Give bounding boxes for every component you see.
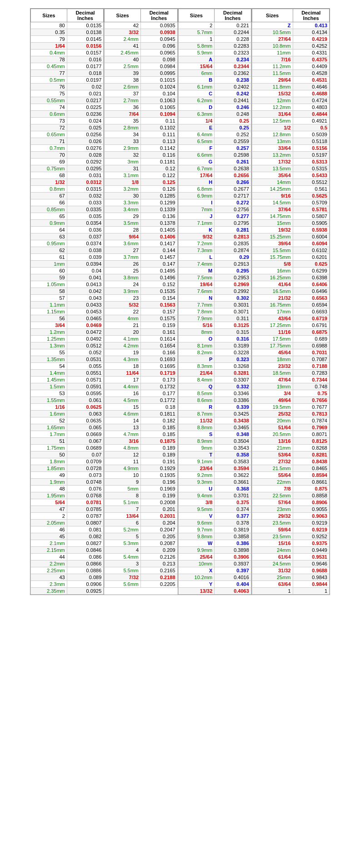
decimal-cell: 0.182 bbox=[141, 417, 178, 424]
size-cell: 1.1mm bbox=[31, 302, 67, 308]
size-cell: 28 bbox=[105, 227, 141, 233]
size-cell: 2.05mm bbox=[31, 520, 67, 526]
size-cell: 1mm bbox=[31, 261, 67, 268]
size-cell: 32 bbox=[105, 152, 141, 159]
size-cell: 15.5mm bbox=[252, 247, 293, 254]
size-cell: 8.7mm bbox=[178, 411, 215, 417]
decimal-cell: 0.1405 bbox=[141, 227, 178, 233]
size-cell: 73 bbox=[31, 118, 67, 124]
table-row: 59/640.9219 bbox=[252, 526, 329, 533]
decimal-cell: 0.152 bbox=[141, 281, 178, 288]
decimal-cell: 0.11 bbox=[141, 118, 178, 124]
size-cell: 9.6mm bbox=[178, 520, 215, 526]
table-row: 330.113 bbox=[105, 138, 177, 145]
decimal-cell: 0.8906 bbox=[293, 499, 329, 506]
decimal-cell: 0.3701 bbox=[215, 492, 251, 499]
size-cell: 11 bbox=[105, 458, 141, 465]
table-row: 13mm0.5118 bbox=[252, 138, 329, 145]
table-row: 23mm0.9055 bbox=[252, 506, 329, 513]
size-cell: 77 bbox=[31, 70, 67, 77]
table-row: 150.18 bbox=[105, 404, 177, 411]
table-row: 3/80.375 bbox=[178, 499, 251, 506]
table-row: 5.1mm0.2008 bbox=[105, 499, 177, 506]
size-cell: 13/16 bbox=[252, 438, 293, 445]
decimal-cell: 0.096 bbox=[141, 43, 178, 50]
decimal-cell: 0.1614 bbox=[141, 336, 178, 342]
table-row: 5/80.625 bbox=[252, 261, 329, 268]
size-cell: 5/64 bbox=[31, 499, 67, 506]
table-row: 3/160.1875 bbox=[105, 438, 177, 445]
decimal-cell: 0.9252 bbox=[293, 533, 329, 540]
decimal-cell: 0.2874 bbox=[215, 247, 251, 254]
size-cell: P bbox=[178, 356, 215, 363]
decimal-cell: 0.0335 bbox=[67, 206, 104, 213]
size-cell: 70 bbox=[31, 152, 67, 159]
table-row: 11mm0.4331 bbox=[252, 50, 329, 56]
table-row: 41/640.6406 bbox=[252, 281, 329, 288]
size-cell: 5.9mm bbox=[178, 50, 215, 56]
decimal-cell: 0.8661 bbox=[293, 479, 329, 486]
decimal-cell: 0.2717 bbox=[215, 193, 251, 199]
table-row: 14mm0.5512 bbox=[252, 179, 329, 186]
table-row: 130.185 bbox=[105, 424, 177, 431]
table-row: 7.3mm0.2874 bbox=[178, 247, 251, 254]
size-cell: 23 bbox=[105, 295, 141, 302]
size-cell: W bbox=[178, 540, 215, 547]
size-cell: R bbox=[178, 404, 215, 411]
size-cell: 5.2mm bbox=[105, 526, 141, 533]
decimal-cell: 0.0374 bbox=[67, 240, 104, 247]
table-row: 140.182 bbox=[105, 417, 177, 424]
decimal-cell: 0.9844 bbox=[293, 581, 329, 588]
size-cell: 34 bbox=[105, 131, 141, 138]
table-row: 3/40.75 bbox=[252, 390, 329, 397]
decimal-cell: 0.2969 bbox=[215, 281, 251, 288]
table-row: 39/640.6094 bbox=[252, 240, 329, 247]
table-row: 6mm0.2362 bbox=[178, 70, 251, 77]
table-row: I0.272 bbox=[178, 199, 251, 206]
table-row: 20.5mm0.8071 bbox=[252, 431, 329, 438]
decimal-cell: 0.154 bbox=[141, 295, 178, 302]
table-row: 8.2mm0.3228 bbox=[178, 349, 251, 356]
decimal-cell: 0.0413 bbox=[67, 281, 104, 288]
size-cell: 12 bbox=[105, 451, 141, 458]
table-row: 3.8mm0.1496 bbox=[105, 274, 177, 281]
table-row: 2.35mm0.0925 bbox=[31, 588, 104, 595]
decimal-cell: 0.0906 bbox=[67, 581, 104, 588]
table-row: S0.348 bbox=[178, 431, 251, 438]
size-cell: 1/8 bbox=[105, 179, 141, 186]
table-row: 360.1065 bbox=[105, 104, 177, 111]
table-row: 1.5mm0.0591 bbox=[31, 383, 104, 390]
size-cell: 9mm bbox=[178, 445, 215, 451]
decimal-cell: 0.2031 bbox=[141, 513, 178, 520]
decimal-cell: 0.6102 bbox=[293, 247, 329, 254]
decimal-cell: 0.9055 bbox=[293, 506, 329, 513]
decimal-cell: 0.1772 bbox=[141, 397, 178, 404]
decimal-cell: 0.5039 bbox=[293, 131, 329, 138]
decimal-cell: 0.25 bbox=[215, 118, 251, 124]
table-row: 10.228 bbox=[178, 36, 251, 43]
decimal-cell: 0.0472 bbox=[67, 329, 104, 336]
decimal-cell: 0.1181 bbox=[141, 159, 178, 165]
decimal-cell: 0.0846 bbox=[67, 547, 104, 554]
size-cell: 1.8mm bbox=[31, 458, 67, 465]
size-cell: 25/32 bbox=[252, 411, 293, 417]
size-cell: 14mm bbox=[252, 179, 293, 186]
size-cell: 3/64 bbox=[31, 322, 67, 329]
table-row: 370.104 bbox=[105, 90, 177, 97]
table-row: 160.177 bbox=[105, 390, 177, 397]
table-row: 0.9mm0.0354 bbox=[31, 220, 104, 227]
decimal-cell: 0.0965 bbox=[141, 50, 178, 56]
decimal-cell: 0.161 bbox=[141, 329, 178, 336]
decimal-cell: 0.3307 bbox=[215, 377, 251, 383]
table-row: 12mm0.4724 bbox=[252, 97, 329, 104]
table-row: 0.350.0138 bbox=[31, 29, 104, 36]
table-row: 590.041 bbox=[31, 274, 104, 281]
decimal-cell: 0.368 bbox=[215, 486, 251, 492]
size-cell: 2.1mm bbox=[31, 540, 67, 547]
table-row: 9.2mm0.3622 bbox=[178, 472, 251, 479]
table-row: 11.8mm0.4646 bbox=[252, 84, 329, 90]
size-cell: 55/64 bbox=[252, 472, 293, 479]
table-row: 3.2mm0.126 bbox=[105, 186, 177, 193]
decimal-cell: 0.4063 bbox=[215, 588, 251, 595]
table-row: 10.2mm0.4016 bbox=[178, 574, 251, 581]
